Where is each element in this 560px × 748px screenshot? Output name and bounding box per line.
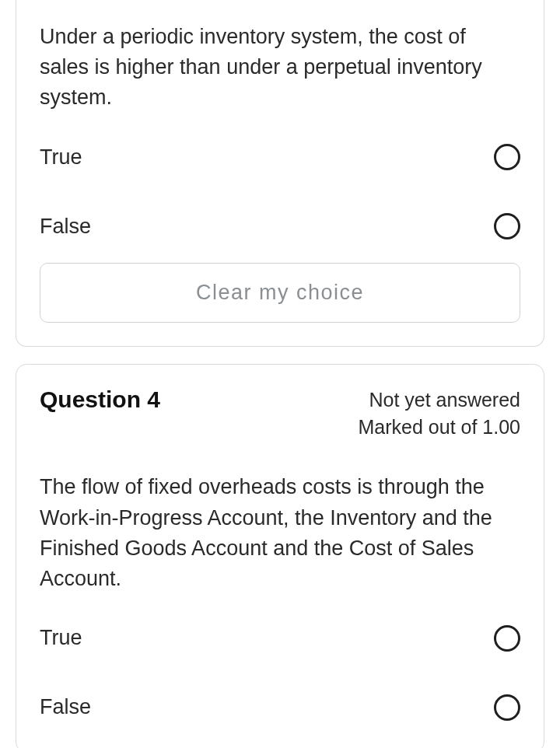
question-status: Not yet answered: [359, 386, 520, 414]
question-body: Under a periodic inventory system, the c…: [16, 0, 544, 346]
question-number: Question 4: [40, 386, 160, 413]
quiz-page: Under a periodic inventory system, the c…: [0, 0, 560, 748]
question-body: Question 4 Not yet answered Marked out o…: [16, 365, 544, 748]
option-label: True: [40, 626, 82, 650]
question-card: Under a periodic inventory system, the c…: [16, 0, 544, 347]
question-prompt: The flow of fixed overheads costs is thr…: [40, 472, 520, 594]
option-label: False: [40, 695, 91, 719]
radio-icon: [494, 625, 520, 652]
radio-icon: [494, 144, 520, 170]
option-label: False: [40, 215, 91, 239]
question-header: Question 4 Not yet answered Marked out o…: [40, 386, 520, 441]
question-card: Question 4 Not yet answered Marked out o…: [16, 364, 544, 748]
option-true[interactable]: True: [40, 144, 520, 170]
question-prompt: Under a periodic inventory system, the c…: [40, 22, 520, 113]
question-meta: Not yet answered Marked out of 1.00: [359, 386, 520, 441]
radio-icon: [494, 694, 520, 721]
question-marks: Marked out of 1.00: [359, 414, 520, 441]
option-false[interactable]: False: [40, 694, 520, 721]
clear-choice-button[interactable]: Clear my choice: [40, 263, 520, 323]
option-true[interactable]: True: [40, 625, 520, 652]
option-label: True: [40, 145, 82, 170]
option-false[interactable]: False: [40, 213, 520, 239]
radio-icon: [494, 213, 520, 239]
